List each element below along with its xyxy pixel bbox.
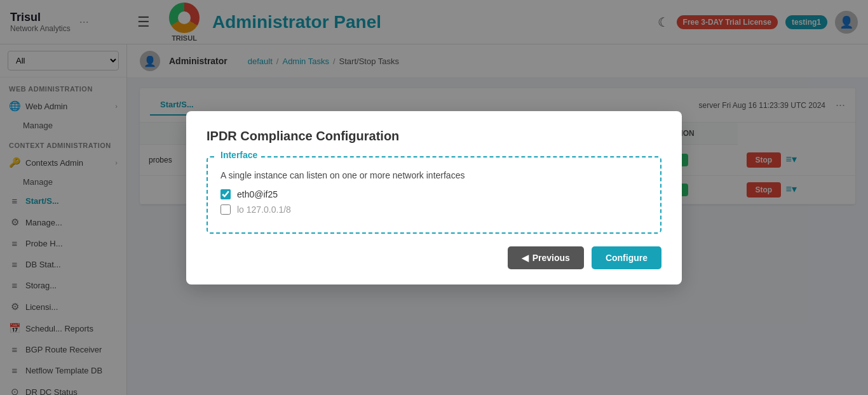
modal-overlay[interactable]: IPDR Compliance Configuration Interface … — [0, 0, 868, 395]
modal-title: IPDR Compliance Configuration — [207, 129, 661, 144]
lo-checkbox[interactable] — [220, 204, 231, 215]
eth0-checkbox[interactable] — [220, 189, 231, 199]
eth0-label[interactable]: eth0@if25 — [237, 189, 278, 199]
modal-footer: ◀ Previous Configure — [207, 246, 661, 269]
interface-option-lo: lo 127.0.0.1/8 — [220, 204, 648, 215]
interface-option-eth0: eth0@if25 — [220, 189, 648, 199]
configure-button[interactable]: Configure — [592, 246, 661, 269]
lo-label[interactable]: lo 127.0.0.1/8 — [237, 204, 291, 215]
fieldset-interface: Interface A single instance can listen o… — [207, 156, 661, 234]
fieldset-legend: Interface — [217, 150, 261, 160]
modal: IPDR Compliance Configuration Interface … — [186, 111, 682, 285]
previous-icon: ◀ — [522, 253, 529, 263]
previous-button[interactable]: ◀ Previous — [508, 246, 584, 269]
previous-label: Previous — [532, 253, 570, 263]
fieldset-desc: A single instance can listen on one or m… — [220, 170, 648, 180]
